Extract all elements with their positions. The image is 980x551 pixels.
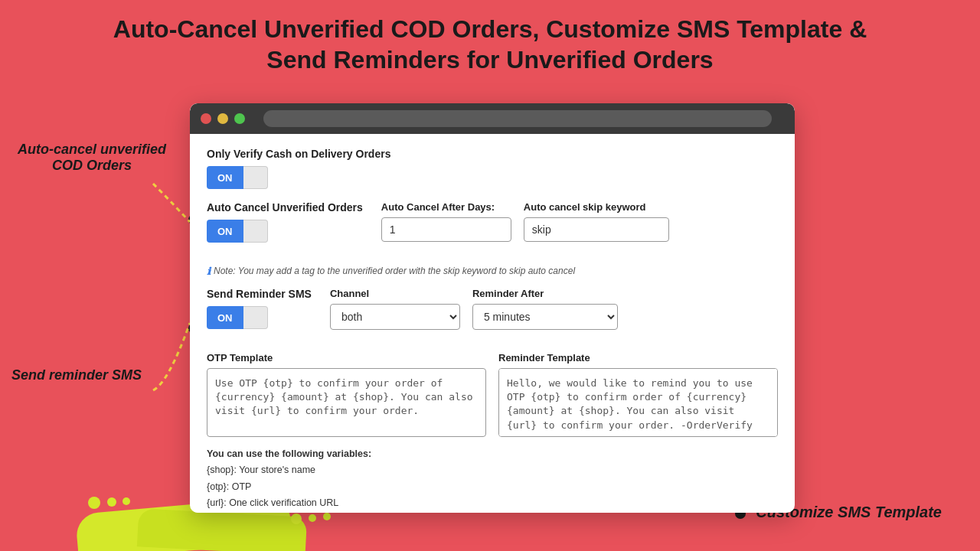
section1-toggle-on[interactable]: ON (207, 166, 243, 189)
url-bar (263, 110, 772, 127)
note-text: ℹ Note: You may add a tag to the unverif… (207, 266, 778, 277)
title-line1: Auto-Cancel Unverified COD Orders, Custo… (113, 15, 867, 43)
otp-template-group: OTP Template Use OTP {otp} to confirm yo… (207, 352, 486, 437)
section2-toggle-on[interactable]: ON (207, 220, 243, 243)
title-line2: Send Reminders for Unverified Orders (266, 46, 713, 73)
templates-row: OTP Template Use OTP {otp} to confirm yo… (207, 352, 778, 437)
section3-toggle-container: ON (207, 306, 312, 329)
decorative-dot-green-5 (309, 514, 316, 522)
section2-row: Auto Cancel Unverified Orders ON Auto Ca… (207, 201, 778, 255)
page-title: Auto-Cancel Unverified COD Orders, Custo… (0, 0, 980, 84)
channel-select[interactable]: both SMS WhatsApp (330, 304, 460, 330)
variables-title: You can use the following variables: (207, 446, 778, 462)
decorative-dot-green-4 (291, 514, 302, 524)
section3-row: Send Reminder SMS ON Channel both SMS Wh… (207, 288, 778, 341)
window-maximize-button[interactable] (234, 113, 245, 124)
variable-shop: {shop}: Your store's name (207, 462, 778, 478)
decorative-dot-green-1 (88, 497, 100, 509)
otp-template-label: OTP Template (207, 352, 486, 364)
section3-label: Send Reminder SMS (207, 288, 312, 300)
annotation-auto-cancel: Auto-cancel unverified COD Orders (15, 142, 168, 174)
section1-label: Only Verify Cash on Delivery Orders (207, 148, 778, 160)
info-icon: ℹ (207, 266, 211, 277)
section2-toggle-container: ON (207, 220, 363, 243)
variable-currency: {currency}: Currency (207, 511, 778, 513)
section2-label: Auto Cancel Unverified Orders (207, 201, 363, 214)
section3-toggle-on[interactable]: ON (207, 306, 243, 329)
keyword-input[interactable] (524, 217, 669, 242)
decorative-dot-green-2 (107, 497, 116, 507)
browser-window: Only Verify Cash on Delivery Orders ON A… (190, 103, 795, 513)
reminder-template-group: Reminder Template Hello, we would like t… (498, 352, 778, 437)
reminder-template-label: Reminder Template (498, 352, 778, 364)
decorative-dot-green-6 (323, 513, 331, 520)
variables-section: You can use the following variables: {sh… (207, 446, 778, 513)
section3-toggle-off (243, 306, 268, 329)
variable-url: {url}: One click verification URL (207, 495, 778, 511)
days-input[interactable] (381, 217, 511, 242)
reminder-select[interactable]: 5 minutes 10 minutes 15 minutes 30 minut… (472, 304, 618, 330)
reminder-label: Reminder After (472, 288, 618, 299)
variable-otp: {otp}: OTP (207, 479, 778, 495)
decorative-dot-green-3 (122, 497, 130, 505)
keyword-label: Auto cancel skip keyword (524, 201, 669, 213)
annotation-send-reminder: Send reminder SMS (0, 367, 153, 383)
window-close-button[interactable] (201, 113, 211, 124)
days-label: Auto Cancel After Days: (381, 201, 511, 213)
channel-field-group: Channel both SMS WhatsApp (330, 288, 460, 330)
days-field-group: Auto Cancel After Days: (381, 201, 511, 242)
otp-template-textarea[interactable]: Use OTP {otp} to confirm your order of {… (207, 368, 486, 437)
keyword-field-group: Auto cancel skip keyword (524, 201, 669, 242)
section2-toggle-off (243, 220, 268, 243)
channel-label: Channel (330, 288, 460, 299)
reminder-field-group: Reminder After 5 minutes 10 minutes 15 m… (472, 288, 618, 330)
browser-content: Only Verify Cash on Delivery Orders ON A… (190, 134, 795, 513)
window-minimize-button[interactable] (217, 113, 228, 124)
browser-titlebar (190, 103, 795, 134)
section1-toggle-container: ON (207, 166, 778, 189)
reminder-template-textarea[interactable]: Hello, we would like to remind you to us… (498, 368, 778, 437)
section1-toggle-off (243, 166, 268, 189)
note-content: Note: You may add a tag to the unverifie… (214, 266, 575, 276)
